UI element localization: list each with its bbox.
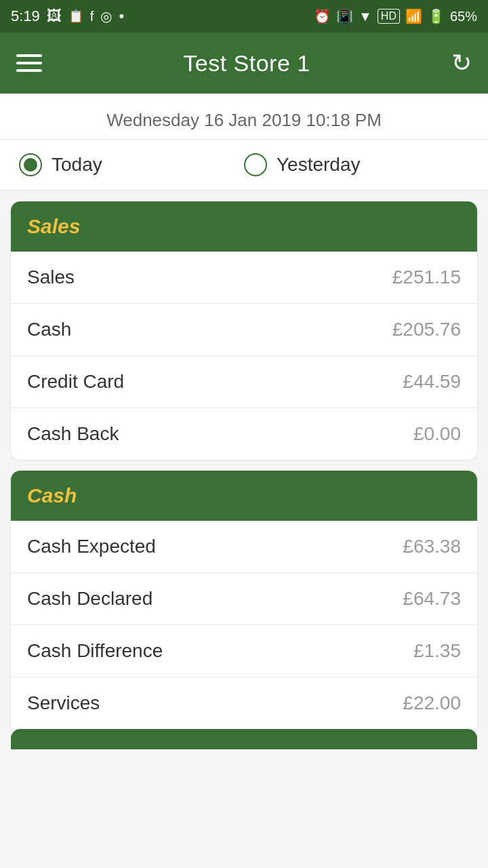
row-value: £44.59	[403, 371, 461, 393]
sales-section-header: Sales	[11, 201, 477, 252]
sales-section: Sales Sales £251.15 Cash £205.76 Credit …	[11, 201, 477, 460]
row-label: Cash Back	[27, 423, 119, 445]
refresh-button[interactable]: ↻	[451, 49, 472, 77]
table-row: Cash Expected £63.38	[11, 521, 477, 573]
today-label: Today	[52, 154, 102, 176]
row-value: £64.73	[403, 588, 461, 610]
main-content: Sales Sales £251.15 Cash £205.76 Credit …	[0, 191, 488, 760]
row-label: Credit Card	[27, 371, 124, 393]
row-value: £63.38	[403, 536, 461, 557]
table-row: Sales £251.15	[11, 252, 477, 304]
top-bar: Test Store 1 ↻	[0, 33, 488, 94]
vibrate-icon: 📳	[336, 8, 353, 24]
table-row: Cash Difference £1.35	[11, 625, 477, 677]
row-value: £251.15	[392, 267, 461, 288]
dot-icon: •	[119, 7, 124, 25]
table-row: Services £22.00	[11, 677, 477, 729]
date-text: Wednesday 16 Jan 2019 10:18 PM	[106, 110, 382, 130]
yesterday-radio[interactable]	[244, 153, 267, 176]
menu-button[interactable]	[16, 54, 42, 72]
row-label: Cash	[27, 319, 71, 340]
battery-level: 65%	[450, 9, 477, 24]
sales-section-title: Sales	[27, 215, 80, 237]
cash-section-header: Cash	[11, 471, 477, 521]
row-value: £22.00	[403, 692, 461, 714]
yesterday-label: Yesterday	[277, 154, 361, 176]
cash-section: Cash Cash Expected £63.38 Cash Declared …	[11, 471, 477, 729]
row-label: Cash Declared	[27, 588, 152, 610]
table-row: Cash £205.76	[11, 304, 477, 356]
hamburger-line-3	[16, 69, 42, 72]
battery-icon: 🔋	[428, 8, 445, 24]
hamburger-line-1	[16, 54, 42, 57]
wifi-icon: ▼	[359, 9, 372, 24]
row-value: £0.00	[413, 423, 461, 445]
today-option[interactable]: Today	[19, 153, 244, 176]
row-label: Sales	[27, 267, 75, 288]
alarm-icon: ⏰	[314, 8, 331, 24]
table-row: Cash Declared £64.73	[11, 573, 477, 625]
period-selector: Today Yesterday	[0, 140, 488, 191]
row-value: £1.35	[413, 640, 461, 662]
gallery-icon: 🖼	[47, 7, 62, 25]
notes-icon: 📋	[68, 9, 83, 24]
status-bar: 5:19 🖼 📋 f ◎ • ⏰ 📳 ▼ HD 📶 🔋 65%	[0, 0, 488, 33]
status-time: 5:19	[11, 7, 40, 25]
table-row: Cash Back £0.00	[11, 408, 477, 460]
hamburger-line-2	[16, 62, 42, 64]
yesterday-option[interactable]: Yesterday	[244, 153, 469, 176]
signal-icon: 📶	[405, 8, 422, 24]
status-time-area: 5:19 🖼 📋 f ◎ •	[11, 7, 124, 25]
row-label: Services	[27, 692, 100, 714]
vodafone-icon: ◎	[100, 8, 112, 24]
page-title: Test Store 1	[183, 50, 310, 77]
next-section-peek	[11, 729, 477, 749]
status-icons-area: ⏰ 📳 ▼ HD 📶 🔋 65%	[314, 8, 477, 24]
row-label: Cash Expected	[27, 536, 156, 557]
row-value: £205.76	[392, 319, 461, 340]
facebook-icon: f	[90, 9, 94, 24]
today-radio[interactable]	[19, 153, 42, 176]
table-row: Credit Card £44.59	[11, 356, 477, 408]
row-label: Cash Difference	[27, 640, 163, 662]
date-display: Wednesday 16 Jan 2019 10:18 PM	[0, 94, 488, 140]
hd-badge: HD	[378, 9, 400, 24]
cash-section-title: Cash	[27, 484, 77, 507]
